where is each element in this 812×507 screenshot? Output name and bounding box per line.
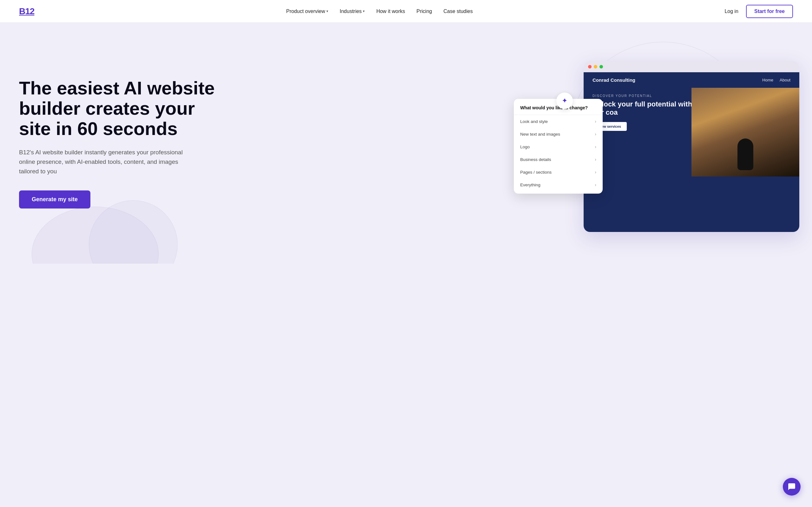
website-site-headline: Unlock your full potential with our coa: [593, 100, 694, 117]
ai-option-label-4: Pages / sections: [520, 170, 552, 175]
ai-option-text-images[interactable]: New text and images ›: [514, 128, 603, 140]
ai-option-label-0: Look and style: [520, 119, 548, 124]
ai-popup-question: What would you like to change?: [514, 105, 603, 115]
website-hero-area: DISCOVER YOUR POTENTIAL Unlock your full…: [583, 88, 799, 142]
nav-item-how-it-works[interactable]: How it works: [376, 9, 405, 14]
nav-label-industries: Industries: [340, 9, 362, 14]
browser-minimize-dot: [594, 65, 597, 68]
chevron-right-icon: ›: [595, 182, 596, 187]
ai-option-label-5: Everything: [520, 182, 541, 187]
nav-label-how-it-works: How it works: [376, 9, 405, 14]
nav-item-pricing[interactable]: Pricing: [416, 9, 432, 14]
browser-maximize-dot: [600, 65, 603, 68]
nav-label-case-studies: Case studies: [444, 9, 473, 14]
chevron-down-icon: ▾: [363, 9, 365, 13]
nav-links: Product overview ▾ Industries ▾ How it w…: [286, 9, 473, 14]
sparkle-button[interactable]: ✦: [556, 93, 573, 109]
ai-option-look-style[interactable]: Look and style ›: [514, 115, 603, 128]
chevron-right-icon: ›: [595, 131, 596, 136]
ai-option-everything[interactable]: Everything ›: [514, 178, 603, 191]
website-nav-links: Home About: [762, 78, 791, 82]
website-brand: Conrad Consulting: [593, 77, 635, 83]
start-for-free-button[interactable]: Start for free: [746, 5, 793, 18]
hero-mockup: ✦ What would you like to change? Look an…: [565, 36, 812, 251]
ai-option-label-2: Logo: [520, 145, 530, 149]
website-nav: Conrad Consulting Home About: [583, 72, 799, 88]
hero-headline: The easiest AI website builder creates y…: [19, 78, 216, 138]
nav-item-industries[interactable]: Industries ▾: [340, 9, 365, 14]
nav-item-case-studies[interactable]: Case studies: [444, 9, 473, 14]
ai-option-label-3: Business details: [520, 157, 551, 162]
sparkle-icon: ✦: [562, 97, 567, 105]
chevron-right-icon: ›: [595, 157, 596, 162]
login-link[interactable]: Log in: [724, 9, 739, 14]
nav-label-pricing: Pricing: [416, 9, 432, 14]
browser-close-dot: [588, 65, 592, 68]
navbar: B12 Product overview ▾ Industries ▾ How …: [0, 0, 812, 23]
website-content: Conrad Consulting Home About DISCOVER YO…: [583, 72, 799, 232]
generate-site-button[interactable]: Generate my site: [19, 190, 90, 209]
ai-option-logo[interactable]: Logo ›: [514, 140, 603, 153]
landscape-image: [692, 88, 799, 176]
website-nav-about: About: [780, 78, 791, 82]
hero-subtext: B12's AI website builder instantly gener…: [19, 148, 184, 176]
chevron-down-icon: ▾: [326, 9, 328, 13]
browser-chrome: [583, 61, 799, 72]
chevron-right-icon: ›: [595, 144, 596, 149]
nav-label-product: Product overview: [286, 9, 325, 14]
website-hero-image: [692, 88, 799, 176]
nav-item-product[interactable]: Product overview ▾: [286, 9, 328, 14]
ai-option-pages-sections[interactable]: Pages / sections ›: [514, 166, 603, 178]
person-silhouette: [738, 138, 753, 170]
ai-change-popup: What would you like to change? Look and …: [514, 99, 603, 193]
ai-option-label-1: New text and images: [520, 132, 560, 136]
hero-content: The easiest AI website builder creates y…: [19, 78, 216, 209]
chevron-right-icon: ›: [595, 170, 596, 175]
hero-section: The easiest AI website builder creates y…: [0, 23, 812, 264]
website-nav-home: Home: [762, 78, 773, 82]
ai-option-business-details[interactable]: Business details ›: [514, 153, 603, 166]
website-mockup-card: Conrad Consulting Home About DISCOVER YO…: [583, 61, 799, 232]
nav-actions: Log in Start for free: [724, 5, 793, 18]
chevron-right-icon: ›: [595, 119, 596, 124]
brand-logo[interactable]: B12: [19, 6, 34, 16]
